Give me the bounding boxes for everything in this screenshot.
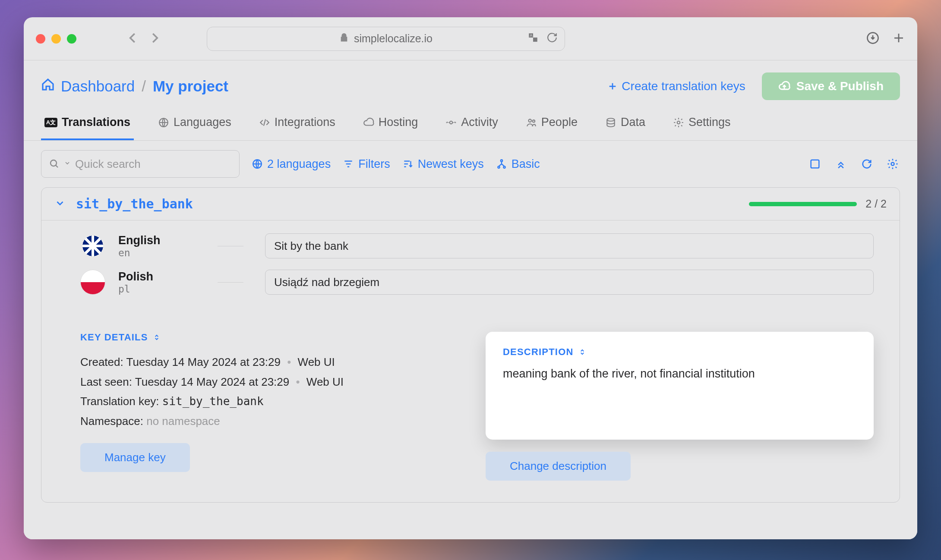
gear-icon [673,117,684,128]
svg-point-5 [533,120,535,122]
translations-icon: A文 [44,118,57,127]
chevron-down-icon [54,198,66,211]
save-publish-button[interactable]: Save & Publish [762,72,900,100]
key-header[interactable]: sit_by_the_bank 2 / 2 [41,188,900,220]
activity-icon [445,117,457,128]
flag-pl-icon [80,270,105,295]
section-title-label: KEY DETAILS [80,332,148,343]
url-bar[interactable]: simplelocalize.io A [207,27,565,51]
breadcrumb-current[interactable]: My project [153,78,228,95]
tab-label: Settings [688,116,731,129]
svg-point-3 [450,121,453,124]
app-content: Dashboard / My project Create translatio… [24,60,917,539]
key-details-section: KEY DETAILS Created: Tuesday 14 May 2024… [41,310,900,502]
svg-point-6 [607,118,614,121]
translate-icon[interactable]: A [527,32,539,46]
divider [218,246,243,246]
divider [218,282,243,283]
translation-key-label: Translation key: [80,395,159,408]
key-name: sit_by_the_bank [76,196,193,211]
create-translation-keys-button[interactable]: Create translation keys [601,75,752,98]
language-code: pl [118,283,205,295]
view-settings-icon[interactable] [885,157,900,171]
downloads-icon[interactable] [866,31,879,46]
tab-translations[interactable]: A文 Translations [41,108,134,140]
language-name: English [118,234,205,247]
flag-uk-icon [80,233,105,258]
database-icon [605,117,616,128]
translation-key-line: Translation key: sit_by_the_bank [80,392,468,412]
tabs-bar: A文 Translations Languages Integrations H… [24,108,917,141]
toolbar: 2 languages Filters Newest keys Basic [24,141,917,187]
tab-hosting[interactable]: Hosting [360,108,422,140]
filter-icon [343,158,354,170]
lock-icon [339,32,349,45]
progress-text: 2 / 2 [865,198,887,210]
tab-activity[interactable]: Activity [442,108,502,140]
tab-settings[interactable]: Settings [669,108,734,140]
description-title[interactable]: DESCRIPTION [503,346,856,358]
expand-icon [152,333,161,342]
tab-languages[interactable]: Languages [155,108,235,140]
svg-point-12 [503,166,505,168]
tab-data[interactable]: Data [602,108,649,140]
key-progress: 2 / 2 [749,198,887,210]
translation-key-card: sit_by_the_bank 2 / 2 English en [41,187,900,503]
breadcrumb-dashboard-link[interactable]: Dashboard [61,78,135,95]
traffic-lights [36,34,76,44]
header-row: Dashboard / My project Create translatio… [24,60,917,108]
chip-label: Basic [512,157,540,171]
translation-input-en[interactable] [265,233,874,258]
chip-label: Filters [358,157,390,171]
refresh-icon[interactable] [859,157,874,171]
breadcrumb-separator: / [142,78,146,95]
manage-key-button[interactable]: Manage key [80,443,190,472]
code-icon [259,117,270,128]
search-box[interactable] [41,150,240,178]
browser-window: simplelocalize.io A Dashboard / My proje… [24,17,917,539]
created-source: Web UI [298,356,335,368]
forward-button[interactable] [148,31,161,46]
translation-input-pl[interactable] [265,270,874,295]
tab-label: Translations [62,116,130,129]
create-button-label: Create translation keys [622,79,745,93]
change-description-label: Change description [510,459,606,473]
home-icon[interactable] [41,78,55,95]
new-tab-icon[interactable] [892,31,905,46]
language-name: Polish [118,270,205,283]
expand-panel-icon[interactable] [808,157,822,171]
breadcrumb: Dashboard / My project [41,78,228,95]
sort-chip[interactable]: Newest keys [402,157,484,171]
namespace-line: Namespace: no namespace [80,412,468,431]
minimize-window-button[interactable] [51,34,61,44]
view-mode-chip[interactable]: Basic [496,157,540,171]
globe-icon [252,158,263,170]
change-description-button[interactable]: Change description [486,452,631,481]
cloud-upload-icon [778,80,790,92]
search-mode-dropdown-icon[interactable] [64,160,71,168]
key-details-title[interactable]: KEY DETAILS [80,332,468,343]
description-text: meaning bank of the river, not financial… [503,367,856,381]
tab-integrations[interactable]: Integrations [256,108,339,140]
hierarchy-icon [496,158,507,170]
filters-chip[interactable]: Filters [343,157,390,171]
tab-label: Activity [461,116,498,129]
url-text: simplelocalize.io [354,32,433,45]
tab-people[interactable]: People [522,108,581,140]
chip-label: Newest keys [418,157,484,171]
svg-text:A: A [530,33,532,37]
svg-point-4 [528,119,531,122]
svg-point-7 [677,121,680,124]
tab-label: Data [621,116,645,129]
reload-icon[interactable] [546,32,558,46]
back-button[interactable] [126,31,139,46]
collapse-all-icon[interactable] [834,157,848,171]
description-column: DESCRIPTION meaning bank of the river, n… [486,332,874,481]
maximize-window-button[interactable] [67,34,76,44]
svg-point-8 [51,160,57,166]
section-title-label: DESCRIPTION [503,346,574,358]
close-window-button[interactable] [36,34,45,44]
languages-filter-chip[interactable]: 2 languages [252,157,331,171]
search-input[interactable] [75,157,231,171]
created-label: Created: [80,356,123,368]
